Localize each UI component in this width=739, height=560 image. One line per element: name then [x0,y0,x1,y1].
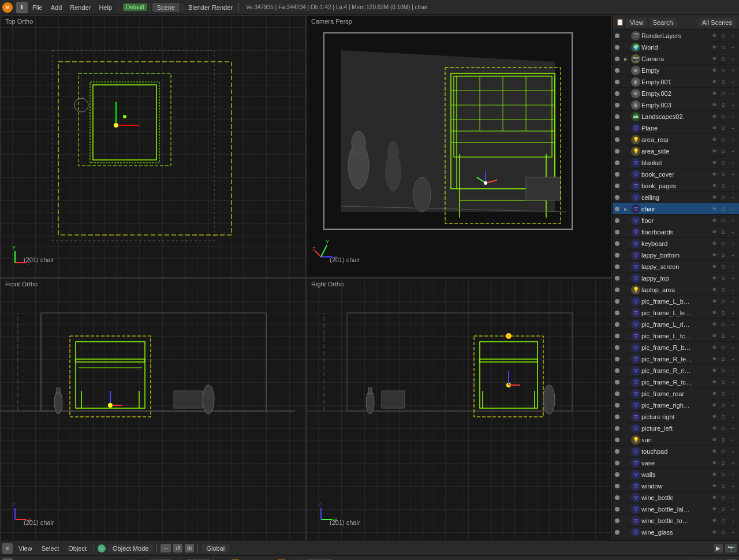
obj-action-render-landscapes02[interactable]: ⊙ [719,113,727,121]
obj-action-eye-picture-right[interactable]: 👁 [710,413,718,421]
obj-action-eye-ceiling[interactable]: 👁 [710,193,718,201]
obj-action-select-render-layers[interactable]: → [729,32,737,40]
obj-action-render-laptop-area[interactable]: ⊙ [719,286,727,294]
visibility-dot-lappy-bottom[interactable] [615,253,619,257]
obj-action-select-book-cover[interactable]: → [729,170,737,178]
visibility-dot-camera[interactable] [615,57,619,61]
visibility-dot-empty-002[interactable] [615,91,619,96]
outliner-item-pic-frame-l-tc[interactable]: ▽pic_frame_L_tc…👁⊙→ [613,330,739,342]
obj-action-eye-empty-002[interactable]: 👁 [710,89,718,98]
obj-action-select-chair[interactable]: → [729,205,737,213]
obj-action-eye-book-cover[interactable]: 👁 [710,170,718,178]
outliner-item-world[interactable]: 🌍World👁⊙→ [613,42,739,53]
obj-action-select-plane[interactable]: → [729,124,737,132]
obj-action-render-wine-bottle[interactable]: ⊙ [719,494,727,502]
visibility-dot-pic-frame-rear[interactable] [615,391,619,396]
obj-action-select-touchpad[interactable]: → [729,447,737,456]
obj-action-select-pic-frame-l-b[interactable]: → [729,297,737,305]
obj-action-eye-pic-frame-rear[interactable]: 👁 [710,390,718,398]
obj-action-eye-pic-frame-r-tc[interactable]: 👁 [710,378,718,386]
outliner-item-touchpad[interactable]: ▽touchpad👁⊙→ [613,446,739,457]
obj-action-eye-pic-frame-l-tc[interactable]: 👁 [710,332,718,340]
visibility-dot-sun[interactable] [615,438,619,442]
viewport-bot-left[interactable]: Front Ortho [0,278,306,540]
obj-action-select-laptop-area[interactable]: → [729,286,737,294]
obj-action-select-walls[interactable]: → [729,471,737,479]
obj-action-render-camera[interactable]: ⊙ [719,55,727,63]
outliner-item-empty-002[interactable]: ⊕Empty.002👁⊙→ [613,88,739,99]
visibility-dot-walls[interactable] [615,472,619,477]
obj-action-select-pic-frame-rear[interactable]: → [729,390,737,398]
obj-action-select-lappy-bottom[interactable]: → [729,251,737,259]
obj-action-select-camera[interactable]: → [729,55,737,63]
expand-camera[interactable]: ▶ [622,56,630,62]
obj-action-render-touchpad[interactable]: ⊙ [719,447,727,456]
obj-action-eye-chair[interactable]: 👁 [710,205,718,213]
obj-action-eye-picture-left[interactable]: 👁 [710,424,718,432]
expand-chair[interactable]: ▶ [622,206,630,212]
outliner-item-laptop-area[interactable]: 💡laptop_area👁⊙→ [613,284,739,296]
outliner-item-empty-001[interactable]: ⊕Empty.001👁⊙→ [613,76,739,88]
obj-action-eye-book-pages[interactable]: 👁 [710,182,718,190]
visibility-dot-area-rear[interactable] [615,137,619,142]
obj-action-eye-laptop-area[interactable]: 👁 [710,286,718,294]
menu-file[interactable]: File [29,3,46,12]
obj-action-select-picture-right[interactable]: → [729,413,737,421]
visibility-dot-wine-glass[interactable] [615,530,619,535]
obj-action-render-picture-left[interactable]: ⊙ [719,424,727,432]
visibility-dot-floor[interactable] [615,218,619,223]
transform-tool-1[interactable]: ↔ [161,544,171,552]
outliner-item-floor[interactable]: ▽floor👁⊙→ [613,215,739,226]
obj-action-select-empty-003[interactable]: → [729,101,737,109]
visibility-dot-pic-frame-r-b[interactable] [615,345,619,350]
obj-action-render-empty-002[interactable]: ⊙ [719,89,727,98]
visibility-dot-chair[interactable] [615,207,619,211]
visibility-dot-touchpad[interactable] [615,449,619,454]
obj-action-select-world[interactable]: → [729,43,737,51]
obj-action-render-lappy-bottom[interactable]: ⊙ [719,251,727,259]
obj-action-render-pic-frame-r-le[interactable]: ⊙ [719,355,727,363]
obj-action-select-pic-frame-righ[interactable]: → [729,401,737,409]
visibility-dot-pic-frame-l-le[interactable] [615,311,619,315]
outliner-item-pic-frame-r-tc[interactable]: ▽pic_frame_R_tc…👁⊙→ [613,376,739,388]
visibility-dot-pic-frame-righ[interactable] [615,403,619,408]
outliner-item-pic-frame-l-le[interactable]: ▽pic_frame_L_le…👁⊙→ [613,307,739,319]
obj-action-eye-wine-bottle[interactable]: 👁 [710,494,718,502]
obj-action-eye-camera[interactable]: 👁 [710,55,718,63]
obj-action-select-vase[interactable]: → [729,459,737,467]
obj-action-render-pic-frame-righ[interactable]: ⊙ [719,401,727,409]
obj-action-eye-plane[interactable]: 👁 [710,124,718,132]
obj-action-eye-keyboard[interactable]: 👁 [710,240,718,248]
outliner-item-lappy-screen[interactable]: ▽lappy_screen👁⊙→ [613,261,739,272]
obj-action-render-window[interactable]: ⊙ [719,482,727,490]
visibility-dot-blanket[interactable] [615,160,619,165]
outliner-item-plane[interactable]: ▽Plane👁⊙→ [613,122,739,134]
visibility-dot-book-cover[interactable] [615,172,619,177]
obj-action-select-pic-frame-r-le[interactable]: → [729,355,737,363]
viewport-top-left[interactable]: Top Ortho [0,15,306,278]
outliner-item-picture-right[interactable]: ▽picture right👁⊙→ [613,411,739,423]
obj-action-eye-area-rear[interactable]: 👁 [710,136,718,144]
obj-action-select-area-side[interactable]: → [729,147,737,155]
obj-action-render-wine-glass[interactable]: ⊙ [719,528,727,536]
outliner-item-picture-left[interactable]: ▽picture_left👁⊙→ [613,423,739,434]
outliner-item-empty-003[interactable]: ⊕Empty.003👁⊙→ [613,99,739,111]
obj-action-eye-empty-003[interactable]: 👁 [710,101,718,109]
obj-action-select-sun[interactable]: → [729,436,737,444]
viewport-top-right[interactable]: Camera Persp [306,15,612,278]
menu-render[interactable]: Render [66,3,94,12]
obj-action-eye-wine-bottle-to[interactable]: 👁 [710,517,718,525]
visibility-dot-plane[interactable] [615,126,619,130]
obj-action-eye-sun[interactable]: 👁 [710,436,718,444]
outliner-item-sun[interactable]: 💡sun👁⊙→ [613,434,739,446]
obj-action-select-empty-002[interactable]: → [729,89,737,98]
outliner-search-btn[interactable]: Search [650,18,677,27]
obj-action-select-pic-frame-r-ri[interactable]: → [729,367,737,375]
obj-action-select-lappy-screen[interactable]: → [729,263,737,271]
obj-action-render-lappy-screen[interactable]: ⊙ [719,263,727,271]
obj-action-render-plane[interactable]: ⊙ [719,124,727,132]
obj-action-eye-lappy-screen[interactable]: 👁 [710,263,718,271]
visibility-dot-keyboard[interactable] [615,241,619,246]
obj-action-render-pic-frame-r-ri[interactable]: ⊙ [719,367,727,375]
menu-help[interactable]: Help [95,3,115,12]
